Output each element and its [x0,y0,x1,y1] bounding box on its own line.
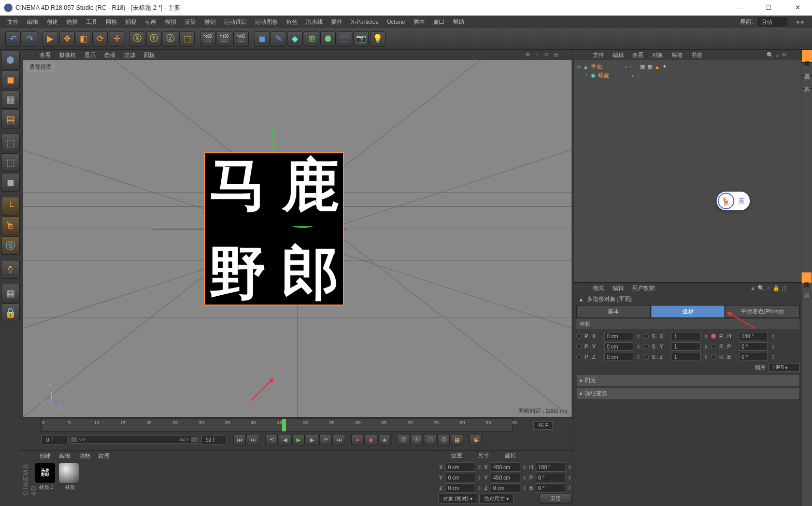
magnet-button[interactable]: ⧲ [1,260,20,279]
menu-snap[interactable]: 捕捉 [121,18,141,26]
attr-tab-basic[interactable]: 基本 [576,305,651,318]
text-plane-object[interactable]: 马 鹿 野 郎 [204,152,344,306]
search-icon[interactable]: 🔍 [766,52,774,59]
menu-pipeline[interactable]: 流水线 [302,18,327,26]
right-tab-structure[interactable]: 构造 [802,76,812,89]
texture-mode-button[interactable]: ▦ [1,90,20,109]
attr-menu-edit[interactable]: 编辑 [608,284,628,292]
vp-menu-options[interactable]: 选项 [100,51,120,59]
home-icon[interactable]: ⌂ [767,285,771,291]
menu-character[interactable]: 角色 [282,18,302,26]
grip-icon[interactable]: ⋮⋮⋮ [575,283,587,293]
coord-size-mode-select[interactable]: 绝对尺寸 ▾ [479,494,514,504]
z-axis-button[interactable]: Ⓩ [163,31,178,47]
live-select-button[interactable]: ▶ [42,31,58,47]
point-mode-button[interactable]: ⬚ [1,134,20,152]
vp-menu-panel[interactable]: 面板 [139,51,159,59]
lock-icon[interactable]: 🔒 [771,285,782,292]
obj-menu-objects[interactable]: 对象 [648,51,667,59]
menu-help[interactable]: 帮助 [449,18,468,26]
new-window-icon[interactable]: ◫ [782,285,787,292]
menu-xparticles[interactable]: X-Particles [347,19,382,25]
up-arrow-icon[interactable]: ▲ [750,285,756,291]
x-axis-button[interactable]: Ⓧ [130,31,145,47]
layout-arrows[interactable]: ◄► [791,19,809,25]
vp-nav-icon-4[interactable]: ⊞ [552,51,559,59]
obj-menu-view[interactable]: 查看 [628,51,648,59]
nurbs-button[interactable]: ◆ [287,31,303,47]
obj-menu-tags[interactable]: 标签 [667,51,687,59]
obj-menu-edit[interactable]: 编辑 [608,51,628,59]
snap-button[interactable]: Ⓢ [1,236,20,255]
key-rot-button[interactable]: ⓡ [424,434,436,445]
menu-plugins[interactable]: 插件 [327,18,347,26]
render-settings-button[interactable]: 🎬 [233,31,249,47]
pen-tool-button[interactable]: ✎ [270,31,286,47]
mouse-tool-button[interactable]: 🖱 [1,216,20,235]
rotation-order-select[interactable]: HPB ▾ [768,363,800,372]
undo-button[interactable]: ↶ [5,31,21,47]
key-param-button[interactable]: ⓟ [437,434,450,445]
axis-mode-button[interactable]: └ [1,197,20,215]
current-frame-display[interactable]: 46 F [533,421,553,430]
obj-menu-bookmarks[interactable]: 书签 [687,51,707,59]
render-view-button[interactable]: 🎬 [200,31,216,47]
next-frame-button[interactable]: ▶ [306,434,318,445]
move-button[interactable]: ✥ [59,31,75,47]
vp-menu-filter[interactable]: 过滤 [120,51,139,59]
right-tab-browser[interactable]: 内容浏览器 [802,63,812,76]
attr-tab-phong[interactable]: 平滑着色(Phong) [725,305,800,318]
menu-render[interactable]: 渲染 [180,18,200,26]
grip-icon[interactable]: ⋮⋮⋮ [22,50,33,60]
make-editable-button[interactable]: ⬢ [1,51,20,69]
rotate-button[interactable]: ⟳ [92,31,108,47]
right-tab-objects[interactable]: 对象 [802,50,812,63]
vp-menu-display[interactable]: 显示 [80,51,100,59]
menu-select[interactable]: 选择 [62,18,82,26]
maximize-button[interactable]: ☐ [758,0,779,16]
tl-end-field[interactable]: 92 F [201,436,227,444]
attr-menu-userdata[interactable]: 用户数据 [628,284,659,292]
tree-row-helix[interactable]: └ ◉ 螺旋 ▪✓ [576,71,800,80]
recent-tool-button[interactable]: ✛ [109,31,124,47]
key-pos-button[interactable]: ⓟ [397,434,409,445]
menu-script[interactable]: 脚本 [409,18,429,26]
material-item-2[interactable]: 材质 [59,463,81,504]
grip-icon[interactable]: ⋮⋮⋮ [575,50,587,60]
mat-menu-create[interactable]: 创建 [35,452,55,460]
cube-primitive-button[interactable]: ◼ [254,31,269,47]
edge-mode-button[interactable]: ⬚ [1,153,20,172]
menu-sculpt[interactable]: 雕刻 [200,18,220,26]
viewport-3d[interactable]: 透视视图 [23,60,572,417]
layout-select[interactable]: 启动 [756,17,788,27]
tree-row-plane[interactable]: ⊟ ▲ 平面 ▪✓ ▦▦▲✦ [576,62,800,71]
goto-start-button[interactable]: ⏮ [233,434,246,445]
timeline-playhead[interactable] [282,419,286,431]
eye-icon[interactable]: 👁 [781,52,787,58]
menu-mesh[interactable]: 网格 [102,18,121,26]
search-icon[interactable]: 🔍 [756,285,767,292]
material-item-1[interactable]: 马鹿野郎 材质.1 [35,463,57,504]
render-pv-button[interactable]: 🎬 [217,31,232,47]
vp-menu-view[interactable]: 查看 [35,51,55,59]
tl-start-field[interactable]: 0 F [41,436,67,444]
goto-last-button[interactable]: ⏭ [333,434,345,445]
attr-tab-coord[interactable]: 坐标 [651,305,725,318]
mat-menu-edit[interactable]: 编辑 [55,452,75,460]
key-scale-button[interactable]: ⓢ [410,434,423,445]
prev-frame-button[interactable]: ◀ [279,434,291,445]
wp-lock-button[interactable]: 🔒 [1,303,20,322]
vp-nav-icon-2[interactable]: ↕ [533,51,540,59]
record-button[interactable]: ● [351,434,364,445]
coord-mode-select[interactable]: 对象 (相对) ▾ [438,494,477,504]
timeline-icon-button[interactable]: 📽 [469,434,482,445]
menu-file[interactable]: 文件 [3,18,23,26]
array-button[interactable]: ⊞ [304,31,319,47]
vp-menu-camera[interactable]: 摄像机 [55,51,80,59]
menu-mograph[interactable]: 运动图形 [251,18,282,26]
minimize-button[interactable]: — [729,0,750,16]
key-pla-button[interactable]: ▦ [451,434,463,445]
model-mode-button[interactable]: ◼ [1,70,20,89]
vp-nav-icon-3[interactable]: ⟳ [543,51,550,59]
next-key-button[interactable]: ⟳ [319,434,332,445]
